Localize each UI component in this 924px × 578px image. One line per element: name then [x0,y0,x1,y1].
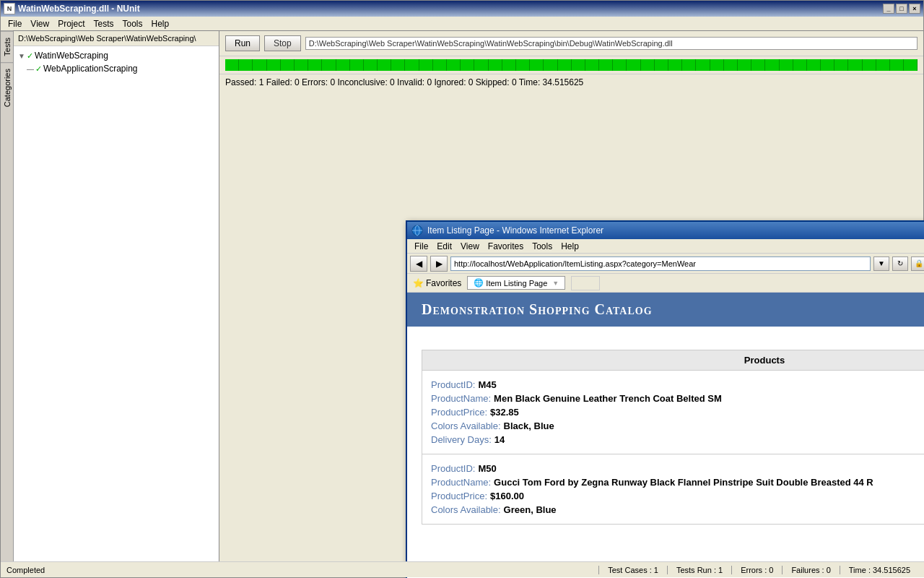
ie-page: Demonstration Shopping Catalog << Back t… [407,293,924,532]
ie-tab-label: Item Listing Page [486,279,547,288]
completed-status: Completed [6,566,598,574]
back-to-category-link[interactable]: << Back to Category Listing [422,334,924,344]
left-tabs: Tests Categories [1,31,14,563]
nunit-title: WatinWebScraping.dll - NUnit [18,4,883,14]
window-controls: _ □ × [883,4,920,14]
menu-tests[interactable]: Tests [90,18,118,30]
nunit-menubar: File View Project Tests Tools Help [1,17,923,31]
sidebar-area: Tests Categories D:\WebScraping\Web Scra… [1,31,219,563]
menu-project[interactable]: Project [53,18,89,30]
product1-name-value: Men Black Genuine Leather Trench Coat Be… [494,393,722,404]
product1-colors-value: Black, Blue [504,420,554,431]
new-tab-button[interactable]: ▼ [552,280,559,287]
tree-child-container: — ✓ WebApplicationScraping [25,62,216,75]
ie-titlebar: Item Listing Page - Windows Internet Exp… [407,222,924,239]
maximize-button[interactable]: □ [896,4,907,14]
ie-title: Item Listing Page - Windows Internet Exp… [427,225,924,236]
menu-view[interactable]: View [26,18,53,30]
ie-forward-button[interactable]: ▶ [430,256,448,272]
test-status: Passed: 1 Failed: 0 Errors: 0 Inconclusi… [219,74,923,90]
dll-path: D:\WebScraping\Web Scraper\WatinWebScrap… [305,37,918,50]
ie-menu-view[interactable]: View [456,241,484,252]
product1-id-field: ProductID: M45 [431,379,924,390]
product2-price-field: ProductPrice: $160.00 [431,491,924,501]
product2-colors-field: Colors Available: Green, Blue [431,504,924,515]
collapse-icon[interactable]: ▼ [18,52,25,60]
favorites-button[interactable]: ⭐ Favorites [410,277,464,290]
right-panel: Run Stop D:\WebScraping\Web Scraper\Wati… [219,31,923,563]
delivery-label: Delivery Days: [431,434,492,445]
favorites-label: Favorites [426,278,461,288]
product-id-label2: ProductID: [431,463,475,474]
colors-label2: Colors Available: [431,504,501,515]
tabs-area: Item Listing Page - Windows Internet Exp… [219,90,923,563]
close-button[interactable]: × [909,4,920,14]
refresh-button[interactable]: ↻ [892,256,908,271]
menu-file[interactable]: File [4,18,26,30]
run-button[interactable]: Run [225,35,260,51]
progress-bar [225,59,918,71]
tree-child: — ✓ WebApplicationScraping [25,62,216,75]
blank-tab[interactable] [571,276,600,290]
ie-back-button[interactable]: ◀ [410,256,427,272]
ie-menu-file[interactable]: File [410,241,432,252]
failures-stat: Failures : 0 [782,566,839,574]
product1-price-field: ProductPrice: $32.85 [431,407,924,418]
tree-child-label: WebApplicationScraping [43,64,138,74]
errors-stat: Errors : 0 [731,566,782,574]
stop-button[interactable]: Stop [264,35,301,51]
check-icon: ✓ [27,51,33,61]
tab-tests[interactable]: Tests [1,31,13,62]
product2-name-field: ProductName: Gucci Tom Ford by Zegna Run… [431,477,924,488]
nunit-main: Tests Categories D:\WebScraping\Web Scra… [1,31,923,563]
address-input[interactable] [450,256,871,271]
ie-menu-favorites[interactable]: Favorites [484,241,528,252]
tree-root-label: WatinWebScraping [35,51,108,61]
go-button[interactable]: ▼ [873,256,889,271]
ie-tab-icon: 🌐 [474,278,484,288]
star-icon: ⭐ [413,278,424,288]
catalog-body: << Back to Category Listing Products [407,327,924,532]
test-cases-stat: Test Cases : 1 [598,566,667,574]
menu-help[interactable]: Help [147,18,174,30]
product-price-label2: ProductPrice: [431,491,487,501]
tree-content: ▼ ✓ WatinWebScraping — ✓ WebApplicationS… [14,46,219,563]
product1-delivery-field: Delivery Days: 14 [431,434,924,445]
tab-categories[interactable]: Categories [1,62,13,113]
time-stat: Time : 34.515625 [840,566,919,574]
table-row: ProductID: M45 ProductName: Men Black Ge… [422,371,925,454]
product-name-label: ProductName: [431,393,491,404]
tree-panel: D:\WebScraping\Web Scraper\WatinWebScrap… [14,31,219,563]
ie-menu-help[interactable]: Help [557,241,583,252]
colors-label: Colors Available: [431,420,501,431]
ie-icon [411,225,423,236]
right-toolbar: Run Stop D:\WebScraping\Web Scraper\Wati… [219,31,923,56]
nunit-titlebar: N WatinWebScraping.dll - NUnit _ □ × [1,1,923,17]
progress-container [219,56,923,74]
catalog-header: Demonstration Shopping Catalog [407,293,924,327]
product-id-label: ProductID: [431,379,475,390]
table-row: ProductID: M50 ProductName: Gucci Tom Fo… [422,454,925,525]
ie-content: Demonstration Shopping Catalog << Back t… [407,293,924,578]
child-check-icon: ✓ [35,64,42,74]
tree-path: D:\WebScraping\Web Scraper\WatinWebScrap… [14,31,219,46]
products-header: Products [422,350,925,371]
product1-id-value: M45 [478,379,496,390]
ie-tab[interactable]: 🌐 Item Listing Page ▼ [467,276,565,290]
product2-colors-value: Green, Blue [504,504,557,515]
product2-id-field: ProductID: M50 [431,463,924,474]
products-table: Products ProductID: [422,350,924,525]
menu-tools[interactable]: Tools [118,18,147,30]
ie-menu-edit[interactable]: Edit [432,241,456,252]
minimize-button[interactable]: _ [883,4,894,14]
product2-id-value: M50 [478,463,496,474]
tree-dash: — [27,65,34,73]
nunit-statusbar: Completed Test Cases : 1 Tests Run : 1 E… [1,561,924,577]
product-price-label: ProductPrice: [431,407,487,418]
tree-root: ▼ ✓ WatinWebScraping [17,49,216,62]
ie-favbar: ⭐ Favorites 🌐 Item Listing Page ▼ 🏠 📡 [407,274,924,293]
product1-name-field: ProductName: Men Black Genuine Leather T… [431,393,924,404]
ie-settings-button[interactable]: 🔒 [911,256,924,271]
product1-colors-field: Colors Available: Black, Blue [431,420,924,431]
ie-menu-tools[interactable]: Tools [528,241,557,252]
